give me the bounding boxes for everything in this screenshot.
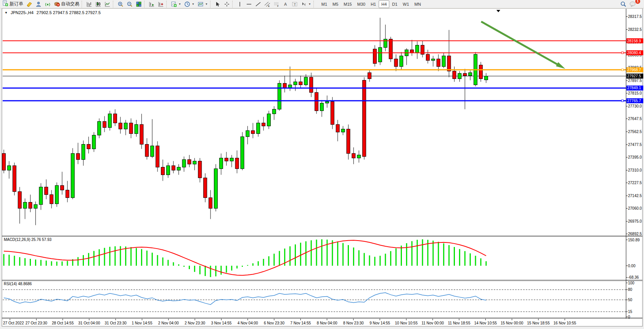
candle-up xyxy=(177,167,180,170)
horizontal-line-button[interactable] xyxy=(244,0,254,8)
text-button[interactable]: A xyxy=(281,0,290,8)
search-button[interactable] xyxy=(619,0,628,8)
candle-down xyxy=(209,198,212,209)
candle-down xyxy=(60,186,64,190)
price-label-28080.4-text: 28080.4 xyxy=(627,51,641,55)
candle-up xyxy=(288,85,292,88)
price-tick-label: 27142.5 xyxy=(628,194,642,198)
candle-down xyxy=(310,77,313,93)
timeframe-button-h4[interactable]: H4 xyxy=(379,0,389,8)
candlestick-chart-button[interactable] xyxy=(94,0,103,8)
new-chart-button[interactable]: ▼ xyxy=(169,0,183,8)
line-anchor[interactable] xyxy=(622,100,623,102)
candle-up xyxy=(124,123,127,129)
signal-button[interactable] xyxy=(43,0,52,8)
candle-down xyxy=(336,125,339,132)
metaeditor-button[interactable] xyxy=(25,0,34,8)
candle-down xyxy=(447,56,451,71)
candle-up xyxy=(400,56,403,67)
auto-scroll-button[interactable] xyxy=(147,0,156,8)
timeframe-button-m1[interactable]: M1 xyxy=(319,0,330,8)
arrows-button[interactable]: ▼ xyxy=(299,0,313,8)
timeframe-button-mn[interactable]: MN xyxy=(412,0,424,8)
autotrading-button[interactable]: 自动交易 xyxy=(52,0,81,8)
timeframe-button-m15[interactable]: M15 xyxy=(341,0,354,8)
timeframe-button-w1[interactable]: W1 xyxy=(400,0,412,8)
candle-up xyxy=(98,122,101,135)
symbol-dropdown-icon[interactable]: ▼ xyxy=(5,11,8,14)
text-label-button[interactable]: T xyxy=(290,0,299,8)
crosshair-button[interactable] xyxy=(222,0,231,8)
candle-up xyxy=(304,77,308,85)
timeframe-button-d1[interactable]: D1 xyxy=(389,0,400,8)
candle-down xyxy=(29,202,32,209)
trendline-button[interactable] xyxy=(254,0,263,8)
rsi-label: RSI(14) 48.8686 xyxy=(4,282,32,286)
timeframe-button-h1[interactable]: H1 xyxy=(368,0,379,8)
cursor-button[interactable] xyxy=(213,0,222,8)
time-tick-label: 2 Nov 04:00 xyxy=(158,321,179,325)
line-anchor[interactable] xyxy=(622,52,623,54)
price-tick-label: 28317.5 xyxy=(628,14,642,19)
time-tick-label: 4 Nov 04:00 xyxy=(238,321,258,325)
candle-up xyxy=(320,103,324,111)
chart-window[interactable]: 28317.528232.528150.028065.027982.527897… xyxy=(0,8,644,329)
templates-button[interactable]: ▼ xyxy=(196,0,209,8)
candle-down xyxy=(373,49,377,64)
price-tick-label: 27477.5 xyxy=(628,143,642,147)
candle-up xyxy=(294,82,297,85)
candle-down xyxy=(113,114,117,123)
tile-windows-button[interactable] xyxy=(134,0,143,8)
equidistant-channel-button[interactable]: E xyxy=(263,0,272,8)
current-price-label-text: 27927.5 xyxy=(627,74,641,78)
line-chart-button[interactable] xyxy=(103,0,112,8)
candle-up xyxy=(484,76,488,80)
candle-down xyxy=(426,55,430,61)
time-tick-label: 7 Nov 14:55 xyxy=(290,321,311,325)
dropdown-caret-icon: ▼ xyxy=(192,3,194,5)
candle-down xyxy=(204,178,207,198)
candle-up xyxy=(325,102,329,103)
price-label-27849.1-text: 27849.1 xyxy=(627,86,641,90)
time-tick-label: 1 Nov 14:55 xyxy=(132,321,153,325)
candle-down xyxy=(315,93,318,111)
vertical-line-button[interactable] xyxy=(235,0,244,8)
price-tick-label: 26975.0 xyxy=(628,219,642,223)
candle-up xyxy=(108,114,112,128)
rsi-tick-label: 15 xyxy=(628,310,633,314)
candle-up xyxy=(267,114,271,126)
price-tick-label: 27815.0 xyxy=(628,91,642,95)
timeframe-button-m5[interactable]: M5 xyxy=(330,0,341,8)
community-button[interactable] xyxy=(34,0,43,8)
candle-down xyxy=(368,73,371,79)
new-order-button[interactable]: 新订单 xyxy=(1,0,25,8)
periods-button[interactable]: ▼ xyxy=(183,0,196,8)
candle-up xyxy=(166,166,170,175)
candle-down xyxy=(410,50,414,53)
macd-tick-label: 150.89 xyxy=(628,238,640,242)
candle-down xyxy=(352,154,355,158)
candle-up xyxy=(92,135,96,149)
price-tick-label: 27730.0 xyxy=(628,104,642,108)
time-tick-label: 28 Oct 14:55 xyxy=(52,321,74,325)
candle-up xyxy=(246,131,249,137)
zoom-out-button[interactable] xyxy=(125,0,134,8)
candle-up xyxy=(257,123,260,134)
timeframe-button-m30[interactable]: M30 xyxy=(355,0,368,8)
line-anchor[interactable] xyxy=(622,69,623,71)
zoom-in-button[interactable] xyxy=(116,0,125,8)
time-tick-label: 10 Nov 10:55 xyxy=(395,321,418,325)
time-tick-label: 31 Oct 04:00 xyxy=(78,321,100,325)
bar-chart-button[interactable] xyxy=(85,0,94,8)
chart-shift-button[interactable] xyxy=(156,0,165,8)
price-chart-svg[interactable]: 28317.528232.528150.028065.027982.527897… xyxy=(0,8,644,329)
price-label-27765.7-text: 27765.7 xyxy=(627,99,641,103)
candle-up xyxy=(272,109,276,114)
notifications-button[interactable]: 1 xyxy=(628,0,638,8)
fibonacci-button[interactable]: F xyxy=(272,0,281,8)
new-order-icon xyxy=(2,0,8,8)
candle-up xyxy=(230,158,233,161)
candle-up xyxy=(82,144,85,160)
candle-down xyxy=(235,158,239,169)
rsi-tick-label: 80 xyxy=(628,287,633,292)
